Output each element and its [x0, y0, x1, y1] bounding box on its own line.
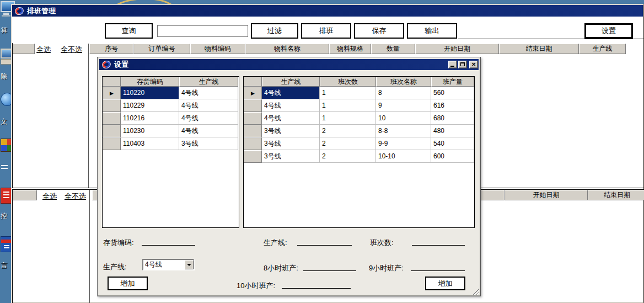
- cell-shift-output[interactable]: 616: [431, 99, 474, 112]
- grid-corner: [244, 77, 262, 87]
- cell-shift-name[interactable]: 10: [376, 112, 431, 125]
- dialog-logo-icon: [101, 60, 112, 70]
- maximize-button[interactable]: [458, 61, 467, 68]
- row-header[interactable]: ▶: [103, 87, 121, 99]
- row-header[interactable]: [103, 112, 121, 125]
- grid2-select-none-link[interactable]: 全不选: [65, 192, 86, 201]
- cell-inventory-code[interactable]: 110229: [121, 99, 179, 112]
- schedule-button[interactable]: 排班: [301, 23, 351, 39]
- row-header[interactable]: [244, 112, 262, 125]
- cell-shift-count[interactable]: 2: [320, 125, 376, 137]
- add-inventory-button[interactable]: 增加: [108, 277, 148, 290]
- cell-inventory-code[interactable]: 110220: [121, 87, 179, 99]
- inventory-code-label: 存货编码:: [103, 238, 134, 248]
- cell-line[interactable]: 4号线: [179, 87, 238, 99]
- grid2-left-border: [12, 189, 13, 303]
- shift-count-field: [412, 234, 465, 246]
- row-header[interactable]: [103, 125, 121, 137]
- grid1-column-header[interactable]: 订单编号: [133, 44, 190, 54]
- line-combobox[interactable]: 4号线: [142, 259, 195, 270]
- cell-line[interactable]: 3号线: [179, 137, 238, 150]
- row-header[interactable]: [244, 150, 262, 163]
- column-header[interactable]: 班产量: [431, 77, 474, 87]
- main-window-titlebar[interactable]: 排班管理: [12, 5, 643, 17]
- cell-inventory-code[interactable]: 110230: [121, 125, 179, 137]
- cell-shift-output[interactable]: 480: [431, 125, 474, 137]
- column-header[interactable]: 存货编码: [121, 77, 179, 87]
- minimize-icon: [450, 66, 454, 67]
- cell-line[interactable]: 4号线: [262, 99, 320, 112]
- save-button[interactable]: 保存: [354, 23, 404, 39]
- grid1-select-none-link[interactable]: 全不选: [61, 45, 82, 55]
- grid1-column-header[interactable]: 物料规格: [329, 44, 371, 54]
- grid1-column-header[interactable]: 开始日期: [415, 44, 499, 54]
- cell-line[interactable]: 4号线: [262, 87, 320, 99]
- cell-shift-name[interactable]: 9-9: [376, 137, 431, 150]
- row-header[interactable]: ▶: [244, 87, 262, 99]
- line-combobox-value: 4号线: [143, 260, 185, 269]
- add-shift-button[interactable]: 增加: [425, 277, 465, 290]
- cell-line[interactable]: 4号线: [179, 99, 238, 112]
- resize-grip[interactable]: [472, 288, 479, 295]
- grid1-column-header[interactable]: 结束日期: [499, 44, 579, 54]
- column-header[interactable]: 生产线: [262, 77, 320, 87]
- minimize-button[interactable]: [448, 61, 457, 68]
- window-title: 排班管理: [27, 6, 56, 16]
- cell-line[interactable]: 4号线: [179, 112, 238, 125]
- cell-shift-output[interactable]: 540: [431, 137, 474, 150]
- grid2-column-header[interactable]: 开始日期: [505, 190, 588, 200]
- shift8-label: 8小时班产:: [264, 263, 298, 273]
- row-header[interactable]: [244, 125, 262, 137]
- dialog-title: 设置: [114, 60, 128, 70]
- cell-shift-name[interactable]: 9: [376, 99, 431, 112]
- cell-shift-name[interactable]: 10-10: [376, 150, 431, 163]
- shift-output-grid: 生产线 班次数 班次名称 班产量 ▶ 4号线 1 8 560 4号线 1 9 6…: [243, 76, 475, 228]
- grid1-select-all-link[interactable]: 全选: [36, 45, 51, 55]
- cell-shift-name[interactable]: 8-8: [376, 125, 431, 137]
- cell-line[interactable]: 4号线: [262, 112, 320, 125]
- output-button[interactable]: 输出: [407, 23, 457, 39]
- cell-shift-count[interactable]: 1: [320, 112, 376, 125]
- filter-button[interactable]: 过滤: [251, 23, 298, 39]
- cell-shift-name[interactable]: 8: [376, 87, 431, 99]
- cell-shift-count[interactable]: 1: [320, 99, 376, 112]
- row-header[interactable]: [244, 137, 262, 150]
- grid1-column-header[interactable]: 物料编码: [190, 44, 245, 54]
- cell-shift-count[interactable]: 1: [320, 87, 376, 99]
- grid1-column-header[interactable]: 生产线: [579, 44, 626, 54]
- maximize-icon: [460, 62, 465, 66]
- shift10-label: 10小时班产:: [237, 281, 275, 291]
- grid-corner: [103, 77, 121, 87]
- chevron-down-icon[interactable]: [185, 260, 194, 269]
- grid1-column-header[interactable]: 物料名称: [245, 44, 329, 54]
- cell-shift-output[interactable]: 600: [431, 150, 474, 163]
- partial-icon-label: [1, 165, 8, 166]
- cell-line[interactable]: 3号线: [262, 125, 320, 137]
- dialog-titlebar[interactable]: 设置: [99, 59, 479, 70]
- cell-shift-count[interactable]: 2: [320, 150, 376, 163]
- cell-inventory-code[interactable]: 110216: [121, 112, 179, 125]
- column-header[interactable]: 班次数: [320, 77, 376, 87]
- cell-shift-output[interactable]: 680: [431, 112, 474, 125]
- cell-inventory-code[interactable]: 110403: [121, 137, 179, 150]
- row-header[interactable]: [103, 137, 121, 150]
- cell-line[interactable]: 3号线: [262, 150, 320, 163]
- shift9-field: [411, 259, 465, 271]
- grid1-column-header[interactable]: 数量: [371, 44, 415, 54]
- row-header[interactable]: [244, 99, 262, 112]
- cell-line[interactable]: 4号线: [179, 125, 238, 137]
- search-input[interactable]: [157, 25, 248, 37]
- grid2-select-all-link[interactable]: 全选: [42, 192, 57, 201]
- query-button[interactable]: 查询: [105, 23, 153, 39]
- panel-divider: [458, 39, 644, 39]
- column-header[interactable]: 生产线: [179, 77, 238, 87]
- grid1-column-header[interactable]: 序号: [89, 44, 133, 54]
- cell-line[interactable]: 3号线: [262, 137, 320, 150]
- column-header[interactable]: 班次名称: [376, 77, 431, 87]
- settings-button[interactable]: 设置: [584, 23, 633, 39]
- grid2-column-header[interactable]: 结束日期: [588, 190, 644, 200]
- cell-shift-output[interactable]: 560: [431, 87, 474, 99]
- row-header[interactable]: [103, 99, 121, 112]
- close-button[interactable]: ×: [469, 61, 478, 68]
- cell-shift-count[interactable]: 2: [320, 137, 376, 150]
